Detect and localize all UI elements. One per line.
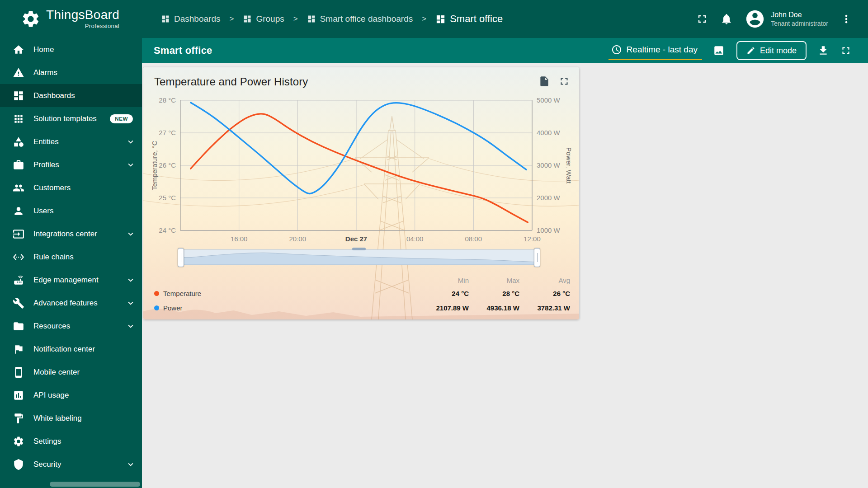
sidebar-item-solution-templates[interactable]: Solution templatesNEW xyxy=(0,107,142,130)
clock-icon xyxy=(611,44,622,55)
sidebar-nav: HomeAlarmsDashboardsSolution templatesNE… xyxy=(0,38,142,476)
sidebar-item-resources[interactable]: Resources xyxy=(0,314,142,338)
sidebar-item-white-labeling[interactable]: White labeling xyxy=(0,407,142,430)
fullscreen-icon[interactable] xyxy=(696,13,708,25)
sidebar-item-label: Solution templates xyxy=(33,114,101,123)
settings-icon xyxy=(13,436,24,447)
breadcrumb-item-smart-office[interactable]: Smart office xyxy=(435,13,503,25)
app-header: ThingsBoard Professional Dashboards>Grou… xyxy=(0,0,868,38)
user-menu[interactable]: John Doe Tenant administrator xyxy=(745,9,828,29)
chevron-down-icon xyxy=(126,275,136,285)
legend-column-avg: Avg xyxy=(519,277,570,284)
image-icon[interactable] xyxy=(713,45,725,56)
svg-text:08:00: 08:00 xyxy=(465,235,482,243)
legend-item-power[interactable]: Power xyxy=(154,304,418,312)
sidebar-item-entities[interactable]: Entities xyxy=(0,130,142,153)
file-export-icon[interactable] xyxy=(538,75,550,87)
widget-card: Temperature and Power History 28 °C27 °C… xyxy=(143,67,579,319)
sidebar-item-advanced-features[interactable]: Advanced features xyxy=(0,291,142,314)
breadcrumb-separator: > xyxy=(422,14,426,23)
sidebar-item-dashboards[interactable]: Dashboards xyxy=(0,84,142,107)
sidebar-item-alarms[interactable]: Alarms xyxy=(0,61,142,84)
breadcrumb-label: Smart office dashboards xyxy=(320,14,413,24)
logo[interactable]: ThingsBoard Professional xyxy=(0,9,142,29)
logo-subtitle: Professional xyxy=(46,23,119,29)
chevron-down-icon xyxy=(126,460,136,469)
security-icon xyxy=(13,459,24,470)
svg-text:3000 W: 3000 W xyxy=(537,161,561,169)
svg-text:25 °C: 25 °C xyxy=(159,194,176,202)
main-content: Smart office Realtime - last day Edit mo… xyxy=(142,38,868,488)
download-icon[interactable] xyxy=(817,45,829,56)
slider-right-handle[interactable] xyxy=(534,248,540,267)
sidebar-item-label: Rule chains xyxy=(33,253,136,262)
time-range-slider[interactable] xyxy=(178,247,540,268)
rule-chains-icon xyxy=(13,251,24,263)
svg-text:Temperature, °C: Temperature, °C xyxy=(151,141,158,190)
sidebar-item-customers[interactable]: Customers xyxy=(0,176,142,199)
chevron-down-icon xyxy=(126,137,136,147)
sidebar-item-notification-center[interactable]: Notification center xyxy=(0,338,142,361)
sidebar-item-settings[interactable]: Settings xyxy=(0,430,142,453)
sidebar-item-security[interactable]: Security xyxy=(0,453,142,476)
legend-value: 3782.31 W xyxy=(519,304,570,312)
breadcrumb-label: Groups xyxy=(256,14,284,24)
sidebar-item-label: White labeling xyxy=(33,414,136,423)
avatar-icon xyxy=(745,9,765,29)
users-icon xyxy=(13,205,24,217)
breadcrumb-item-groups[interactable]: Groups xyxy=(243,14,284,24)
chevron-down-icon xyxy=(126,298,136,308)
chevron-down-icon xyxy=(126,229,136,239)
integrations-icon xyxy=(13,228,24,240)
new-badge: NEW xyxy=(110,114,133,123)
mobile-icon xyxy=(13,366,24,378)
solution-templates-icon xyxy=(13,113,24,125)
sidebar-item-users[interactable]: Users xyxy=(0,199,142,222)
slider-move-handle[interactable] xyxy=(352,248,366,250)
customers-icon xyxy=(13,182,24,194)
dashboard-grid-icon xyxy=(243,14,252,23)
bell-icon[interactable] xyxy=(720,13,733,25)
sidebar-scrollbar-thumb[interactable] xyxy=(50,482,140,487)
header-actions: John Doe Tenant administrator xyxy=(696,9,853,29)
breadcrumb-item-smart-office-dashboards[interactable]: Smart office dashboards xyxy=(307,14,413,24)
legend-value: 4936.18 W xyxy=(469,304,519,312)
more-vert-icon[interactable] xyxy=(840,13,853,25)
legend-value: 24 °C xyxy=(418,290,469,297)
breadcrumb-label: Smart office xyxy=(450,13,503,25)
thingsboard-gear-icon xyxy=(21,9,41,29)
sidebar-item-label: Dashboards xyxy=(33,91,136,100)
timewindow-button[interactable]: Realtime - last day xyxy=(609,41,702,60)
profiles-icon xyxy=(13,159,24,171)
fullscreen-icon[interactable] xyxy=(840,45,852,56)
dashboard-grid-icon xyxy=(307,14,316,23)
temperature-power-chart[interactable]: 28 °C27 °C26 °C25 °C24 °C5000 W4000 W300… xyxy=(143,94,579,252)
slider-track[interactable] xyxy=(180,249,538,265)
sidebar-item-mobile-center[interactable]: Mobile center xyxy=(0,361,142,384)
legend-item-temperature[interactable]: Temperature xyxy=(154,290,418,297)
legend-value: 26 °C xyxy=(519,290,570,297)
breadcrumb-separator: > xyxy=(229,14,234,23)
edit-mode-button[interactable]: Edit mode xyxy=(736,41,807,60)
sidebar-item-home[interactable]: Home xyxy=(0,38,142,61)
edge-icon xyxy=(13,274,24,286)
dashboard-title: Smart office xyxy=(154,45,212,56)
breadcrumb-item-dashboards[interactable]: Dashboards xyxy=(161,14,220,24)
series-name: Power xyxy=(163,304,183,312)
svg-text:5000 W: 5000 W xyxy=(537,96,561,104)
advanced-icon xyxy=(13,297,24,309)
chevron-down-icon xyxy=(126,160,136,170)
slider-left-handle[interactable] xyxy=(178,248,184,267)
sidebar-item-api-usage[interactable]: API usage xyxy=(0,384,142,407)
breadcrumb-label: Dashboards xyxy=(174,14,220,24)
sidebar-item-integrations-center[interactable]: Integrations center xyxy=(0,222,142,245)
sidebar-item-rule-chains[interactable]: Rule chains xyxy=(0,245,142,268)
fullscreen-icon[interactable] xyxy=(558,75,570,87)
sidebar-item-label: Alarms xyxy=(33,68,136,77)
notification-icon xyxy=(13,343,24,355)
sidebar-item-label: Users xyxy=(33,206,136,216)
legend-row-temperature: Temperature24 °C28 °C26 °C xyxy=(154,286,570,300)
svg-text:Power, Watt: Power, Watt xyxy=(565,147,573,184)
sidebar-item-edge-management[interactable]: Edge management xyxy=(0,268,142,291)
sidebar-item-profiles[interactable]: Profiles xyxy=(0,153,142,176)
